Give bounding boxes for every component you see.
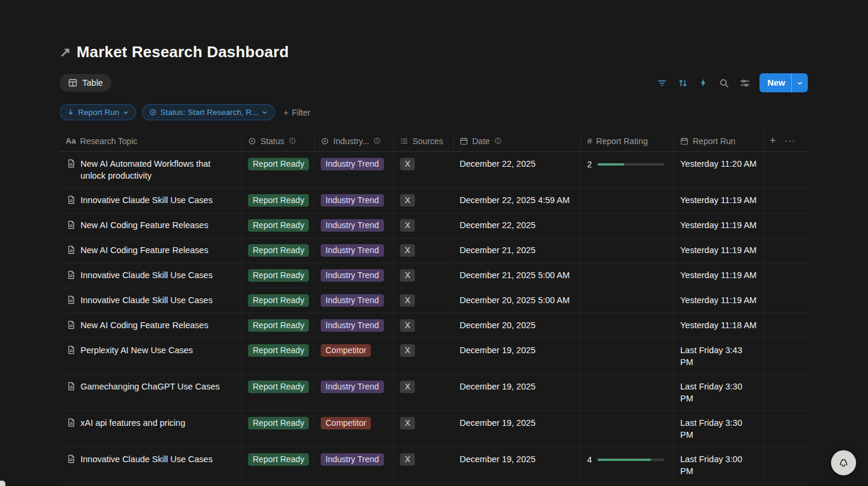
- sources-cell[interactable]: X: [394, 152, 454, 188]
- status-cell[interactable]: Report Ready: [242, 411, 315, 447]
- table-row[interactable]: New AI Coding Feature Releases Report Re…: [60, 213, 808, 238]
- status-cell[interactable]: Report Ready: [242, 338, 315, 374]
- automation-bolt-icon[interactable]: [699, 78, 708, 88]
- topic-cell[interactable]: New AI Automated Workflows that unlock p…: [60, 152, 242, 188]
- topic-title[interactable]: xAI api features and pricing: [80, 417, 185, 429]
- industry-cell[interactable]: Industry Trend: [315, 288, 394, 313]
- report-run-cell[interactable]: Last Friday 2:43 PM: [674, 484, 764, 486]
- industry-cell[interactable]: Industry Trend: [315, 238, 394, 263]
- topic-title[interactable]: Innovative Claude Skill Use Cases: [80, 194, 213, 206]
- industry-cell[interactable]: Industry Trend: [315, 484, 394, 486]
- topic-title[interactable]: Innovative Claude Skill Use Cases: [80, 453, 213, 465]
- report-run-cell[interactable]: Yesterday 11:20 AM: [674, 152, 764, 188]
- topic-cell[interactable]: New AI Coding Feature Releases: [60, 213, 242, 238]
- industry-cell[interactable]: Industry Trend: [315, 313, 394, 338]
- report-run-cell[interactable]: Yesterday 11:18 AM: [674, 313, 764, 338]
- sources-cell[interactable]: X: [394, 238, 454, 263]
- rating-cell[interactable]: [581, 213, 674, 238]
- sort-icon[interactable]: [678, 78, 688, 88]
- rating-cell[interactable]: 2: [581, 152, 674, 188]
- industry-cell[interactable]: Industry Trend: [315, 375, 394, 410]
- sources-cell[interactable]: X: [394, 263, 454, 288]
- industry-cell[interactable]: Industry Trend: [315, 213, 394, 238]
- rating-cell[interactable]: [581, 288, 674, 313]
- topic-cell[interactable]: Innovative Claude Skill Use Cases: [60, 288, 242, 313]
- topic-cell[interactable]: Innovative Claude Skill Use Cases: [60, 447, 242, 483]
- industry-cell[interactable]: Industry Trend: [315, 152, 394, 188]
- status-cell[interactable]: Report Ready: [242, 238, 315, 263]
- topic-title[interactable]: Gamechanging ChaGPT Use Cases: [80, 381, 219, 392]
- new-button[interactable]: New: [760, 73, 808, 92]
- search-icon[interactable]: [719, 78, 729, 88]
- industry-cell[interactable]: Competitor: [315, 338, 394, 374]
- sources-cell[interactable]: X: [394, 313, 454, 338]
- report-run-cell[interactable]: Yesterday 11:19 AM: [674, 288, 764, 313]
- table-row[interactable]: Innovative Claude Skill Use Cases Report…: [60, 263, 808, 288]
- status-filter-pill[interactable]: Status: Start Research, R...: [142, 104, 275, 120]
- rating-cell[interactable]: 4: [581, 447, 674, 483]
- rating-cell[interactable]: [581, 375, 674, 410]
- rating-cell[interactable]: [581, 263, 674, 288]
- date-cell[interactable]: December 22, 2025 4:59 AM: [454, 188, 581, 213]
- date-cell[interactable]: December 21, 2025 5:00 AM: [454, 263, 581, 288]
- status-cell[interactable]: Report Ready: [242, 484, 315, 486]
- date-cell[interactable]: December 19, 2025: [454, 338, 581, 374]
- topic-title[interactable]: Innovative Claude Skill Use Cases: [80, 269, 213, 281]
- industry-cell[interactable]: Industry Trend: [315, 447, 394, 483]
- column-header-research-topic[interactable]: Aa Research Topic: [60, 130, 242, 151]
- topic-cell[interactable]: Innovative Claude Skill Use Cases: [60, 188, 242, 213]
- date-cell[interactable]: December 20, 2025: [454, 313, 581, 338]
- table-row[interactable]: New AI Coding Feature Releases Report Re…: [60, 238, 808, 263]
- sources-cell[interactable]: X: [394, 447, 454, 483]
- date-cell[interactable]: December 19, 2025: [454, 375, 581, 410]
- report-run-cell[interactable]: Yesterday 11:19 AM: [674, 238, 764, 263]
- date-cell[interactable]: December 22, 2025: [454, 152, 581, 188]
- status-cell[interactable]: Report Ready: [242, 213, 315, 238]
- rating-cell[interactable]: [581, 338, 674, 374]
- rating-cell[interactable]: [581, 188, 674, 213]
- column-header-status[interactable]: Status: [242, 130, 315, 151]
- rating-cell[interactable]: [581, 238, 674, 263]
- table-more-options-button[interactable]: ···: [785, 136, 796, 147]
- topic-cell[interactable]: Perplexity AI New Use Cases: [60, 338, 242, 374]
- topic-cell[interactable]: New AI Coding Feature Releases: [60, 238, 242, 263]
- date-cell[interactable]: December 22, 2025: [454, 213, 581, 238]
- report-run-cell[interactable]: Yesterday 11:19 AM: [674, 188, 764, 213]
- view-settings-sliders-icon[interactable]: [740, 78, 750, 88]
- status-cell[interactable]: Report Ready: [242, 152, 315, 188]
- table-row[interactable]: Innovative Claude Skill Use Cases Report…: [60, 288, 808, 313]
- industry-cell[interactable]: Industry Trend: [315, 263, 394, 288]
- industry-cell[interactable]: Industry Trend: [315, 188, 394, 213]
- sources-cell[interactable]: X: [394, 288, 454, 313]
- status-cell[interactable]: Report Ready: [242, 263, 315, 288]
- date-cell[interactable]: December 19, 2025: [454, 447, 581, 483]
- column-header-industry[interactable]: Industry...: [315, 130, 394, 151]
- report-run-cell[interactable]: Yesterday 11:19 AM: [674, 263, 764, 288]
- date-cell[interactable]: December 21, 2025: [454, 238, 581, 263]
- rating-cell[interactable]: [581, 313, 674, 338]
- tab-table[interactable]: Table: [60, 74, 111, 92]
- topic-title[interactable]: New AI Coding Feature Releases: [80, 219, 208, 231]
- sources-cell[interactable]: X: [394, 411, 454, 447]
- topic-cell[interactable]: xAI api features and pricing: [60, 411, 242, 447]
- table-row[interactable]: Innovative Claude Skill Use Cases Report…: [60, 188, 808, 213]
- column-header-date[interactable]: Date: [454, 130, 581, 151]
- column-header-sources[interactable]: Sources: [394, 130, 454, 151]
- topic-cell[interactable]: Innovative Claude Skill Use Cases: [60, 263, 242, 288]
- column-header-report-run[interactable]: Report Run: [674, 130, 764, 151]
- topic-title[interactable]: New AI Automated Workflows that unlock p…: [80, 158, 235, 182]
- sources-cell[interactable]: X: [394, 213, 454, 238]
- status-cell[interactable]: Report Ready: [242, 188, 315, 213]
- column-header-report-rating[interactable]: # Report Rating: [581, 130, 674, 151]
- sources-cell[interactable]: X: [394, 484, 454, 486]
- status-cell[interactable]: Report Ready: [242, 447, 315, 483]
- topic-title[interactable]: Perplexity AI New Use Cases: [80, 344, 193, 356]
- report-run-cell[interactable]: Last Friday 3:30 PM: [674, 411, 764, 447]
- table-row[interactable]: Gamechanging ChaGPT Use Cases Report Rea…: [60, 375, 808, 411]
- date-cell[interactable]: December 19, 2025: [454, 411, 581, 447]
- sources-cell[interactable]: X: [394, 375, 454, 410]
- add-filter-button[interactable]: + Filter: [283, 108, 310, 117]
- new-button-label[interactable]: New: [760, 78, 791, 88]
- sources-cell[interactable]: X: [394, 338, 454, 374]
- industry-cell[interactable]: Competitor: [315, 411, 394, 447]
